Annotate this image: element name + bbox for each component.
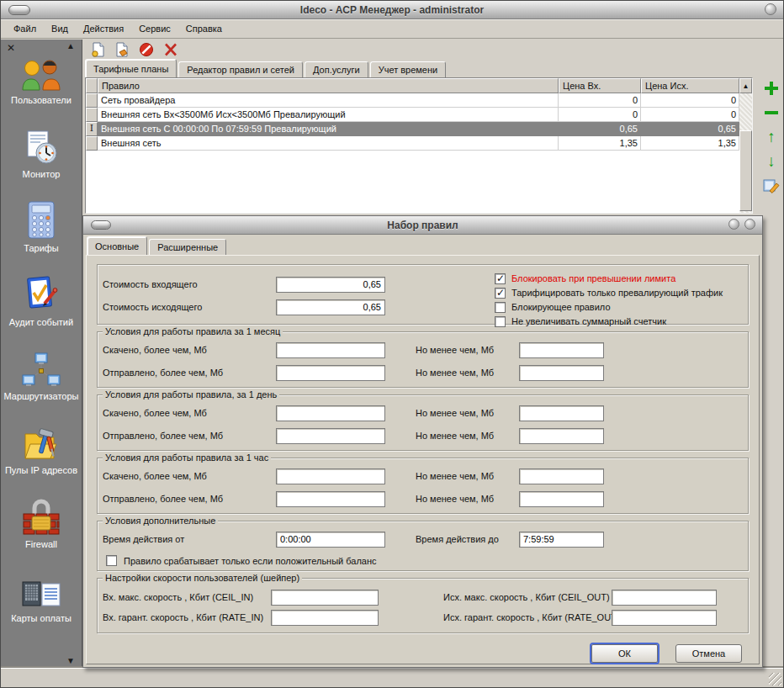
row-selector[interactable] bbox=[86, 93, 98, 108]
dialog-minimize-button[interactable] bbox=[728, 219, 739, 230]
hour-uploaded-more-input[interactable] bbox=[276, 491, 385, 507]
group-title: Настройки скорости пользователей (шейпер… bbox=[103, 573, 302, 583]
month-downloaded-more-input[interactable] bbox=[276, 342, 385, 358]
checkbox-box[interactable] bbox=[495, 273, 506, 284]
header-rule[interactable]: Правило bbox=[98, 78, 559, 93]
day-downloaded-less-input[interactable] bbox=[519, 405, 604, 421]
checkbox-box[interactable] bbox=[495, 316, 506, 327]
row-selector[interactable] bbox=[86, 136, 98, 151]
delete-rule-button[interactable] bbox=[162, 41, 179, 58]
payment-cards-icon bbox=[21, 580, 61, 611]
sidebar-item-ip-pools[interactable]: Пулы IP адресов bbox=[1, 421, 82, 475]
sidebar-item-firewall[interactable]: Firewall bbox=[1, 495, 82, 549]
cancel-button[interactable]: Отмена bbox=[675, 644, 742, 663]
time-from-input[interactable] bbox=[276, 532, 385, 548]
sidebar-item-tariffs[interactable]: Тарифы bbox=[1, 199, 82, 253]
table-vertical-scrollbar[interactable] bbox=[739, 93, 752, 213]
sidebar-item-cards[interactable]: Карты оплаты bbox=[1, 569, 82, 623]
table-row[interactable]: I Внешняя сеть С 00:00:00 По 07:59:59 Пр… bbox=[86, 122, 752, 136]
menu-actions[interactable]: Действия bbox=[76, 21, 131, 36]
day-uploaded-less-input[interactable] bbox=[519, 428, 604, 444]
checkbox-box[interactable] bbox=[495, 302, 506, 313]
dialog-title: Набор правил bbox=[83, 220, 762, 231]
edit-document-icon bbox=[115, 42, 130, 57]
checkbox-blocking-rule[interactable]: Блокирующее правило bbox=[495, 301, 723, 313]
block-rule-button[interactable] bbox=[138, 41, 155, 58]
menu-file[interactable]: Файл bbox=[6, 21, 44, 36]
add-row-button[interactable] bbox=[762, 80, 781, 97]
folder-tools-icon bbox=[22, 426, 61, 463]
time-to-label: Время действия до bbox=[416, 534, 519, 544]
table-row[interactable]: Сеть провайдера 0 0 bbox=[86, 93, 752, 108]
sidebar-item-users[interactable]: Пользователи bbox=[1, 51, 82, 105]
window-close-button[interactable] bbox=[765, 3, 776, 15]
tab-basic[interactable]: Основные bbox=[87, 236, 147, 255]
header-price-in[interactable]: Цена Вх. bbox=[559, 78, 641, 93]
month-downloaded-less-input[interactable] bbox=[519, 342, 604, 358]
sidebar-item-audit[interactable]: Аудит событий bbox=[1, 273, 82, 327]
menu-help[interactable]: Справка bbox=[178, 21, 230, 36]
tab-time-accounting[interactable]: Учет времени bbox=[370, 61, 447, 77]
table-row[interactable]: Внешняя сеть Вх<3500Мб Исх<3500Мб Превал… bbox=[86, 108, 752, 122]
sidebar-item-routers[interactable]: Маршрутизаторы bbox=[1, 347, 82, 401]
checkbox-no-total-counter[interactable]: Не увеличивать суммарный счетчик bbox=[495, 315, 723, 327]
month-uploaded-more-input[interactable] bbox=[276, 365, 385, 381]
hour-uploaded-less-input[interactable] bbox=[519, 491, 604, 507]
menu-view[interactable]: Вид bbox=[44, 21, 76, 36]
row-selector[interactable] bbox=[86, 108, 98, 122]
time-to-input[interactable] bbox=[519, 532, 604, 548]
sidebar-item-monitor[interactable]: Монитор bbox=[1, 125, 82, 179]
ceil-out-input[interactable] bbox=[612, 590, 717, 606]
resize-grip[interactable] bbox=[769, 673, 781, 685]
dialog-close-button[interactable] bbox=[744, 219, 755, 230]
group-shaper: Настройки скорости пользователей (шейпер… bbox=[97, 578, 749, 633]
cost-in-label: Стоимость входящего bbox=[103, 279, 276, 289]
header-price-out[interactable]: Цена Исх. bbox=[641, 78, 739, 93]
checkbox-box[interactable] bbox=[106, 555, 117, 566]
scrollbar-thumb[interactable] bbox=[739, 130, 752, 211]
sidebar-scroll-up-icon[interactable]: ▲ bbox=[66, 41, 75, 50]
hour-downloaded-more-input[interactable] bbox=[276, 468, 385, 484]
menu-service[interactable]: Сервис bbox=[131, 21, 178, 36]
move-up-button[interactable]: ↑ bbox=[762, 129, 781, 146]
month-uploaded-less-input[interactable] bbox=[519, 365, 604, 381]
edit-rule-button[interactable] bbox=[114, 41, 130, 58]
tab-rules-editor[interactable]: Редактор правил и сетей bbox=[178, 61, 303, 77]
arrow-down-icon: ↓ bbox=[767, 154, 776, 169]
ok-button[interactable]: ОК bbox=[591, 644, 658, 663]
cost-out-input[interactable] bbox=[276, 299, 385, 315]
tab-extra-services[interactable]: Доп.услуги bbox=[305, 61, 368, 77]
checkbox-box[interactable] bbox=[495, 288, 506, 299]
tab-tariff-plans[interactable]: Тарифные планы bbox=[85, 59, 177, 77]
day-uploaded-more-input[interactable] bbox=[276, 428, 385, 444]
checkbox-block-over-limit[interactable]: Блокировать при превышении лимита bbox=[495, 273, 723, 284]
cost-in-input[interactable] bbox=[276, 277, 385, 293]
ceil-in-input[interactable] bbox=[271, 590, 379, 606]
group-title: Условия для работы правила за 1 месяц bbox=[103, 326, 283, 336]
dialog-body: Стоимость входящего Стоимость исходящего… bbox=[86, 255, 760, 664]
checkbox-positive-balance[interactable]: Правило срабатывает только если положите… bbox=[106, 555, 748, 566]
sidebar-scroll-down-icon[interactable]: ▼ bbox=[66, 656, 75, 665]
rate-out-input[interactable] bbox=[612, 610, 717, 626]
rules-table: Правило Цена Вх. Цена Исх. ▲ Сеть провай… bbox=[85, 77, 753, 214]
hour-downloaded-less-input[interactable] bbox=[519, 468, 604, 484]
scroll-up-icon[interactable]: ▲ bbox=[739, 78, 752, 93]
rules-dialog: Набор правил Основные Расширенные Стоимо… bbox=[82, 215, 763, 668]
toolbar bbox=[89, 41, 179, 58]
tab-advanced[interactable]: Расширенные bbox=[149, 239, 226, 255]
dialog-buttons: ОК Отмена bbox=[87, 644, 742, 663]
sidebar-item-label: Пользователи bbox=[11, 95, 72, 105]
sidebar-item-label: Карты оплаты bbox=[11, 613, 72, 623]
add-rule-button[interactable] bbox=[89, 41, 106, 58]
group-conditions-hour: Условия для работы правила за 1 час Скач… bbox=[97, 458, 749, 514]
rate-in-input[interactable] bbox=[271, 610, 379, 626]
edit-row-button[interactable] bbox=[762, 177, 781, 194]
checkbox-prevailing-only[interactable]: Тарифицировать только превалирующий траф… bbox=[495, 287, 723, 299]
group-conditions-day: Условия для работы правила, за 1 день Ск… bbox=[97, 394, 749, 451]
day-downloaded-more-input[interactable] bbox=[276, 405, 385, 421]
row-cursor-icon[interactable]: I bbox=[86, 122, 98, 136]
move-down-button[interactable]: ↓ bbox=[762, 153, 781, 170]
remove-row-button[interactable] bbox=[762, 104, 781, 121]
time-from-label: Время действия от bbox=[103, 534, 276, 544]
table-row[interactable]: Внешняя сеть 1,35 1,35 bbox=[86, 136, 752, 151]
